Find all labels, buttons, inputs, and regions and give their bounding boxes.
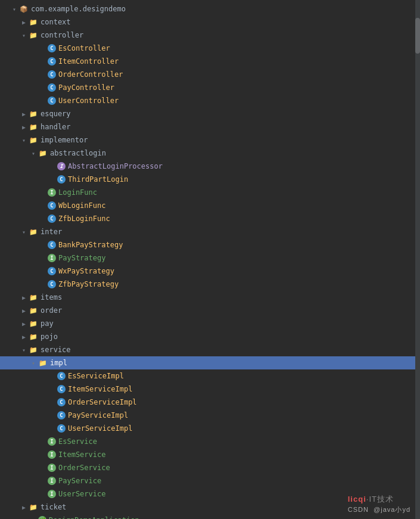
tree-arrow-empty [38, 45, 48, 52]
tree-arrow: ▾ [19, 229, 29, 235]
tree-arrow-empty [48, 399, 57, 406]
tree-item[interactable]: C WxPayStrategy [0, 265, 420, 278]
scrollbar-thumb[interactable] [415, 18, 420, 54]
tree-item[interactable]: ▾ 📁 implementor [0, 133, 420, 147]
tree-item[interactable]: C EsServiceImpl [0, 369, 420, 383]
tree-label: OrderService [58, 464, 110, 472]
tree-label: ThirdPartLogin [68, 175, 128, 184]
scrollbar[interactable] [415, 0, 420, 519]
tree-item[interactable]: C OrderController [0, 68, 420, 81]
class-icon: C [57, 411, 66, 419]
tree-item[interactable]: ▶ 📁 items [0, 291, 420, 304]
tree-item[interactable]: ▾ 📁 controller [0, 29, 420, 42]
tree-label: ticket [41, 503, 66, 511]
tree-item[interactable]: C UserController [0, 94, 420, 107]
tree-label: PayServiceImpl [68, 411, 128, 419]
tree-item[interactable]: C ZfbPayStrategy [0, 278, 420, 291]
tree-arrow: ▾ [10, 6, 19, 13]
tree-item[interactable]: C EsController [0, 42, 420, 55]
tree-item[interactable]: ▶ 📁 order [0, 304, 420, 317]
tree-arrow-empty [38, 439, 48, 445]
tree-item[interactable]: ▶ 📁 ticket [0, 501, 420, 514]
class-icon: C [48, 97, 56, 105]
tree-label: WxPayStrategy [58, 267, 114, 275]
tree-item[interactable]: I PayStrategy [0, 251, 420, 265]
tree-item[interactable]: ▶ 📁 pay [0, 317, 420, 330]
folder-icon: 📁 [29, 319, 38, 328]
tree-label: pojo [41, 332, 58, 341]
tree-item[interactable]: C ZfbLoginFunc [0, 212, 420, 225]
interface-icon: I [48, 437, 56, 446]
tree-item[interactable]: ▶ 📁 esquery [0, 107, 420, 120]
tree-label: ZfbPayStrategy [58, 280, 119, 288]
tree-item[interactable]: C PayController [0, 81, 420, 94]
class-icon: C [48, 70, 56, 79]
tree-label: WbLoginFunc [58, 201, 105, 210]
folder-icon: 📁 [29, 306, 38, 315]
tree-item[interactable]: C ItemServiceImpl [0, 383, 420, 396]
tree-arrow-empty [38, 85, 48, 91]
tree-arrow-empty [38, 242, 48, 248]
interface-icon: I [48, 477, 56, 485]
tree-item[interactable]: ▾ 📦 com.example.designdemo [0, 2, 420, 15]
tree-label: order [41, 306, 62, 315]
interface-icon: I [48, 464, 56, 472]
tree-label: com.example.designdemo [31, 5, 126, 13]
package-icon: 📦 [19, 4, 29, 14]
tree-label: EsController [58, 44, 110, 52]
tree-item[interactable]: C WbLoginFunc [0, 199, 420, 212]
tree-item[interactable]: I PayService [0, 474, 420, 487]
tree-item[interactable]: ▾ 📁 impl [0, 356, 420, 369]
folder-icon: 📁 [38, 358, 48, 368]
tree-item[interactable]: ▾ 📁 abstractlogin [0, 147, 420, 160]
tree-arrow-empty [48, 412, 57, 419]
tree-item[interactable]: 🌿 DesignDemoApplication [0, 514, 420, 519]
tree-item[interactable]: I AbstractLoginProcessor [0, 160, 420, 173]
tree-item[interactable]: C ItemController [0, 55, 420, 68]
tree-label: context [41, 18, 71, 26]
tree-item[interactable]: ▶ 📁 handler [0, 120, 420, 133]
tree-label: abstractlogin [50, 149, 106, 157]
tree-item[interactable]: I UserService [0, 487, 420, 501]
tree-label: EsServiceImpl [68, 372, 124, 380]
tree-arrow-empty [38, 281, 48, 288]
tree-item[interactable]: ▶ 📁 context [0, 15, 420, 29]
tree-arrow-empty [29, 517, 38, 520]
tree-item[interactable]: I ItemService [0, 448, 420, 461]
tree-arrow-empty [38, 465, 48, 471]
tree-item[interactable]: C UserServiceImpl [0, 422, 420, 435]
tree-item[interactable]: I OrderService [0, 461, 420, 474]
folder-icon: 📁 [29, 122, 38, 132]
tree-label: ItemController [58, 57, 119, 66]
tree-label: handler [41, 123, 71, 131]
class-icon: C [48, 241, 56, 249]
tree-item[interactable]: C BankPayStrategy [0, 238, 420, 251]
tree-arrow-empty [38, 58, 48, 65]
tree-arrow-empty [48, 373, 57, 380]
tree-arrow-empty [48, 386, 57, 393]
tree-arrow-empty [38, 452, 48, 458]
tree-arrow-empty [38, 203, 48, 209]
tree-label: UserServiceImpl [68, 424, 132, 433]
tree-arrow-empty [38, 268, 48, 275]
folder-icon: 📁 [29, 30, 38, 40]
tree-arrow: ▾ [29, 150, 38, 157]
tree-item[interactable]: ▾ 📁 service [0, 343, 420, 356]
tree-item[interactable]: C ThirdPartLogin [0, 173, 420, 186]
class-icon: C [48, 215, 56, 223]
tree-item[interactable]: ▶ 📁 pojo [0, 330, 420, 343]
class-icon: C [57, 398, 66, 406]
tree-label: AbstractLoginProcessor [68, 162, 163, 170]
folder-icon: 📁 [29, 332, 38, 341]
folder-icon: 📁 [29, 293, 38, 302]
tree-label: ItemServiceImpl [68, 385, 132, 393]
tree-item[interactable]: I LoginFunc [0, 186, 420, 199]
tree-item[interactable]: C PayServiceImpl [0, 409, 420, 422]
interface-icon: I [48, 490, 56, 498]
tree-label: DesignDemoApplication [49, 516, 139, 519]
tree-item[interactable]: I EsService [0, 435, 420, 448]
tree-label: OrderController [58, 70, 123, 79]
tree-item[interactable]: ▾ 📁 inter [0, 225, 420, 238]
tree-arrow: ▶ [19, 111, 29, 117]
tree-item[interactable]: C OrderServiceImpl [0, 396, 420, 409]
